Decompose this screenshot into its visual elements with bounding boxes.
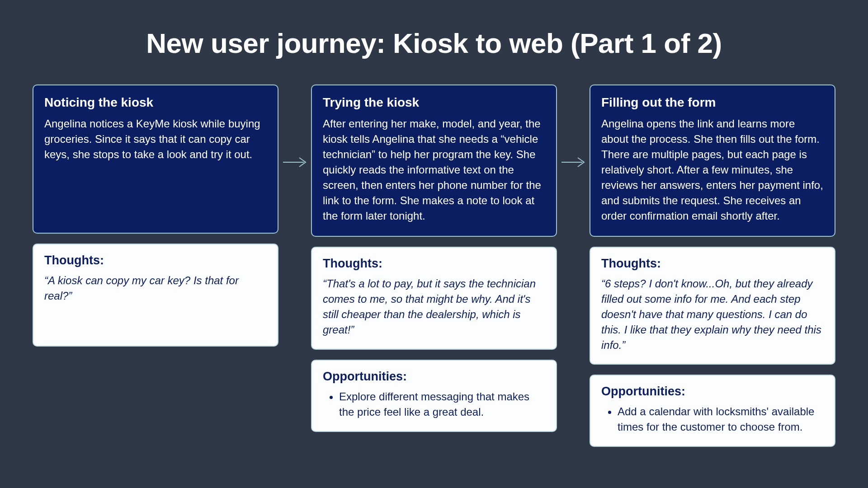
opportunity-item: Add a calendar with locksmiths' availabl… xyxy=(618,404,824,435)
opportunities-card: Opportunities: Add a calendar with locks… xyxy=(590,375,835,447)
step-card: Trying the kiosk After entering her make… xyxy=(311,84,557,237)
step-title: Noticing the kiosk xyxy=(44,95,267,110)
thoughts-card: Thoughts: “6 steps? I don't know...Oh, b… xyxy=(590,247,835,365)
thoughts-label: Thoughts: xyxy=(44,253,267,267)
thoughts-text: “6 steps? I don't know...Oh, but they al… xyxy=(601,276,824,353)
thoughts-card: Thoughts: “That's a lot to pay, but it s… xyxy=(311,247,557,350)
opportunities-label: Opportunities: xyxy=(601,385,824,399)
thoughts-card: Thoughts: “A kiosk can copy my car key? … xyxy=(33,244,278,347)
arrow-right-icon xyxy=(561,157,587,168)
step-title: Filling out the form xyxy=(601,95,824,110)
journey-step-3: Filling out the form Angelina opens the … xyxy=(590,84,835,447)
slide: New user journey: Kiosk to web (Part 1 o… xyxy=(0,0,868,488)
thoughts-text: “A kiosk can copy my car key? Is that fo… xyxy=(44,273,267,304)
step-card: Filling out the form Angelina opens the … xyxy=(590,84,835,237)
opportunities-label: Opportunities: xyxy=(323,370,545,384)
step-card: Noticing the kiosk Angelina notices a Ke… xyxy=(33,84,278,234)
journey-step-1: Noticing the kiosk Angelina notices a Ke… xyxy=(33,84,278,447)
step-body: Angelina notices a KeyMe kiosk while buy… xyxy=(44,116,267,162)
thoughts-label: Thoughts: xyxy=(323,257,545,271)
opportunity-item: Explore different messaging that makes t… xyxy=(339,389,545,420)
page-title: New user journey: Kiosk to web (Part 1 o… xyxy=(33,27,835,59)
step-title: Trying the kiosk xyxy=(323,95,545,110)
thoughts-label: Thoughts: xyxy=(601,257,824,271)
opportunities-card: Opportunities: Explore different messagi… xyxy=(311,360,557,432)
step-body: After entering her make, model, and year… xyxy=(323,116,545,224)
arrow-right-icon xyxy=(283,157,308,168)
thoughts-text: “That's a lot to pay, but it says the te… xyxy=(323,276,545,338)
step-body: Angelina opens the link and learns more … xyxy=(601,116,824,224)
journey-columns: Noticing the kiosk Angelina notices a Ke… xyxy=(33,84,835,447)
journey-step-2: Trying the kiosk After entering her make… xyxy=(311,84,557,447)
